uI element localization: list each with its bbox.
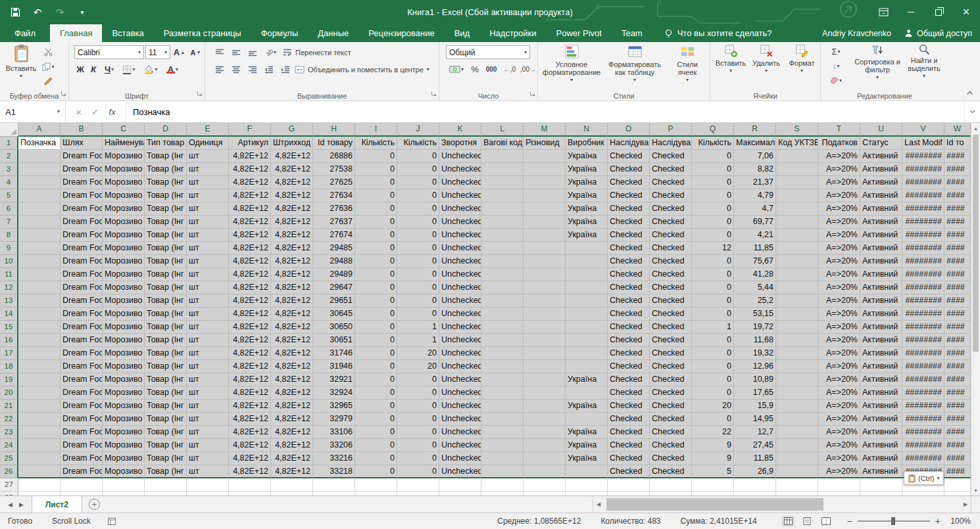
row-header-8[interactable]: 8 xyxy=(0,229,18,242)
cell-A20[interactable] xyxy=(18,386,61,400)
cell-R21[interactable]: 15,9 xyxy=(734,400,776,413)
cell-P9[interactable]: Checked xyxy=(650,242,692,255)
cell-R9[interactable]: 11,85 xyxy=(734,242,776,255)
cell-M7[interactable] xyxy=(524,216,566,229)
bold-button[interactable]: Ж xyxy=(74,62,86,76)
cell-M1[interactable]: Різновид xyxy=(524,137,566,150)
cell-F13[interactable]: 4,82E+12 xyxy=(229,294,271,308)
cell-L18[interactable] xyxy=(481,360,524,373)
cell-C18[interactable]: Морозиво xyxy=(103,360,145,373)
cell-S24[interactable] xyxy=(776,439,818,452)
cell-I22[interactable]: 0 xyxy=(355,413,397,426)
row-header-4[interactable]: 4 xyxy=(0,176,18,189)
column-header-E[interactable]: E xyxy=(187,123,229,137)
cell-P4[interactable]: Checked xyxy=(650,176,692,189)
cell-M18[interactable] xyxy=(524,360,566,373)
cell-B15[interactable]: Dream Foo xyxy=(61,321,103,334)
row-header-26[interactable]: 26 xyxy=(0,465,18,478)
cell-T1[interactable]: Податков xyxy=(818,137,860,150)
cell-N3[interactable]: Україна xyxy=(566,163,608,176)
cell-R10[interactable]: 75,67 xyxy=(734,255,776,268)
cell-Q20[interactable]: 0 xyxy=(692,386,734,400)
copy-button[interactable]: ▾ xyxy=(41,60,56,74)
cell-T5[interactable]: А=>20% xyxy=(818,189,860,202)
cell-T8[interactable]: А=>20% xyxy=(818,229,860,242)
cell-M12[interactable] xyxy=(524,281,566,294)
cell-D24[interactable]: Товар (Інг xyxy=(145,439,187,452)
cell-B21[interactable]: Dream Foo xyxy=(61,400,103,413)
cell-R16[interactable]: 11,68 xyxy=(734,334,776,347)
cell-V21[interactable]: ######## xyxy=(902,400,944,413)
italic-button[interactable]: К xyxy=(87,62,99,76)
cell-P5[interactable]: Checked xyxy=(650,189,692,202)
cell-H9[interactable]: 29485 xyxy=(313,242,355,255)
insert-function-button[interactable]: fx xyxy=(109,107,116,117)
cell-D20[interactable]: Товар (Інг xyxy=(145,386,187,400)
cell-O15[interactable]: Checked xyxy=(608,321,650,334)
cell-K1[interactable]: Зворотня xyxy=(439,137,481,150)
cell-I11[interactable]: 0 xyxy=(355,268,397,281)
restore-button[interactable] xyxy=(925,0,952,24)
cell-M25[interactable] xyxy=(524,452,566,465)
cell-K3[interactable]: Unchecked xyxy=(439,163,481,176)
cell-V5[interactable]: ######## xyxy=(902,189,944,202)
cell-C25[interactable]: Морозиво xyxy=(103,452,145,465)
merge-center-button[interactable]: Объединить и поместить в центре ▾ xyxy=(294,62,449,76)
cell-J1[interactable]: Кількість xyxy=(397,137,439,150)
cell-F10[interactable]: 4,82E+12 xyxy=(229,255,271,268)
cell-L22[interactable] xyxy=(481,413,524,426)
cell-T9[interactable]: А=>20% xyxy=(818,242,860,255)
cell-F16[interactable]: 4,82E+12 xyxy=(229,334,271,347)
cell-P7[interactable]: Checked xyxy=(650,216,692,229)
find-select-button[interactable]: Найти и выделить ▾ xyxy=(904,44,944,79)
cell-P18[interactable]: Checked xyxy=(650,360,692,373)
cell-I4[interactable]: 0 xyxy=(355,176,397,189)
cell-Q6[interactable]: 0 xyxy=(692,202,734,216)
cell-W10[interactable]: #### xyxy=(944,255,971,268)
cell-O3[interactable]: Checked xyxy=(608,163,650,176)
cell-R22[interactable]: 14,95 xyxy=(734,413,776,426)
cell-G7[interactable]: 4,82E+12 xyxy=(271,216,313,229)
column-header-J[interactable]: J xyxy=(397,123,439,137)
cell-S7[interactable] xyxy=(776,216,818,229)
cell-E12[interactable]: шт xyxy=(187,281,229,294)
cell-H11[interactable]: 29489 xyxy=(313,268,355,281)
cell-B13[interactable]: Dream Foo xyxy=(61,294,103,308)
borders-button[interactable]: ▾ xyxy=(119,62,139,76)
row-header-14[interactable]: 14 xyxy=(0,308,18,321)
cell-I7[interactable]: 0 xyxy=(355,216,397,229)
cell-O11[interactable]: Checked xyxy=(608,268,650,281)
clipboard-dialog-launcher[interactable] xyxy=(61,87,66,99)
cell-L6[interactable] xyxy=(481,202,524,216)
cell-F24[interactable]: 4,82E+12 xyxy=(229,439,271,452)
cell-O2[interactable]: Checked xyxy=(608,150,650,163)
tab-вид[interactable]: Вид xyxy=(445,24,480,42)
cell-W18[interactable]: #### xyxy=(944,360,971,373)
cell-C5[interactable]: Морозиво xyxy=(103,189,145,202)
cell-O8[interactable]: Checked xyxy=(608,229,650,242)
cell-K25[interactable]: Unchecked xyxy=(439,452,481,465)
cell-E13[interactable]: шт xyxy=(187,294,229,308)
cell-L25[interactable] xyxy=(481,452,524,465)
cell-N20[interactable] xyxy=(566,386,608,400)
cell-R13[interactable]: 25,2 xyxy=(734,294,776,308)
cell-M17[interactable] xyxy=(524,347,566,360)
cell-S19[interactable] xyxy=(776,373,818,386)
cell-Q15[interactable]: 1 xyxy=(692,321,734,334)
cell-N14[interactable] xyxy=(566,308,608,321)
cell-M16[interactable] xyxy=(524,334,566,347)
cell-D12[interactable]: Товар (Інг xyxy=(145,281,187,294)
cell-J21[interactable]: 0 xyxy=(397,400,439,413)
cell-V11[interactable]: ######## xyxy=(902,268,944,281)
column-header-A[interactable]: A xyxy=(18,123,61,137)
cell-B22[interactable]: Dream Foo xyxy=(61,413,103,426)
zoom-slider-handle[interactable] xyxy=(891,517,895,525)
cell-Q17[interactable]: 0 xyxy=(692,347,734,360)
cell-V8[interactable]: ######## xyxy=(902,229,944,242)
cell-W3[interactable]: #### xyxy=(944,163,971,176)
cell-J15[interactable]: 1 xyxy=(397,321,439,334)
cell-M21[interactable] xyxy=(524,400,566,413)
cell-F19[interactable]: 4,82E+12 xyxy=(229,373,271,386)
cell-T12[interactable]: А=>20% xyxy=(818,281,860,294)
row-header-3[interactable]: 3 xyxy=(0,163,18,176)
